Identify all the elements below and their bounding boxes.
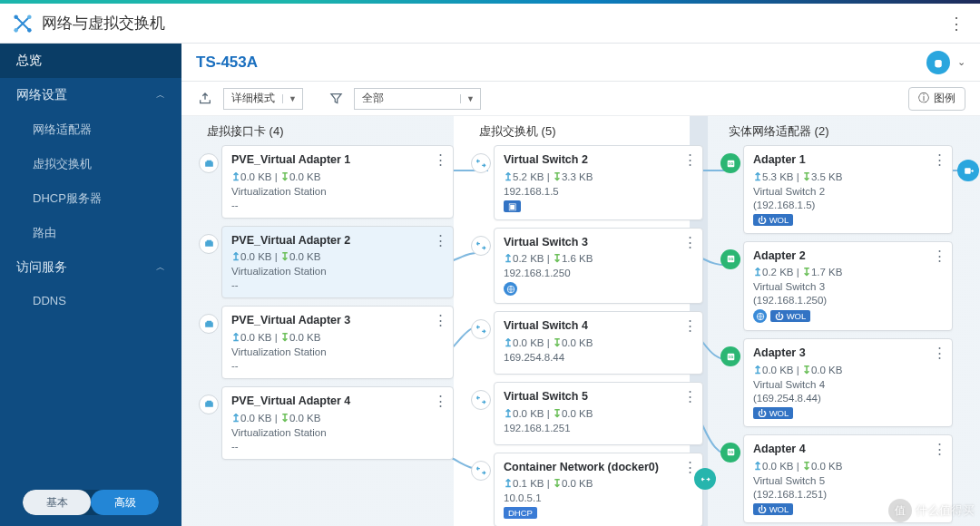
card-menu-button[interactable]: ⋮ bbox=[683, 151, 697, 168]
card-menu-button[interactable]: ⋮ bbox=[434, 393, 447, 409]
card-ip: 169.254.8.44 bbox=[504, 352, 693, 363]
virtual-adapter-icon bbox=[199, 394, 219, 414]
filter-select[interactable]: 全部▼ bbox=[354, 88, 481, 110]
view-mode-select[interactable]: 详细模式▼ bbox=[223, 88, 303, 110]
virtual-adapter-card[interactable]: ⋮ PVE_Virtual Adapter 3 ↥0.0 KB | ↧0.0 K… bbox=[221, 306, 454, 379]
sidebar-item-access[interactable]: 访问服务︿ bbox=[0, 250, 181, 285]
card-ip: (169.254.8.44) bbox=[753, 393, 943, 404]
card-sub2: -- bbox=[231, 200, 444, 210]
filter-icon[interactable] bbox=[327, 90, 345, 108]
physical-adapter-card[interactable]: 1G ⋮ Adapter 1 ↥5.3 KB | ↧3.5 KB Virtual… bbox=[743, 145, 953, 234]
card-title: Virtual Switch 2 bbox=[504, 153, 693, 168]
chevron-down-icon: ▼ bbox=[282, 94, 302, 103]
svg-point-0 bbox=[14, 15, 18, 19]
card-title: Virtual Switch 3 bbox=[504, 236, 693, 250]
virtual-adapter-icon bbox=[199, 314, 219, 334]
device-dropdown[interactable]: ⌄ bbox=[957, 56, 965, 68]
virtual-adapter-card[interactable]: ⋮ PVE_Virtual Adapter 1 ↥0.0 KB | ↧0.0 K… bbox=[221, 145, 454, 219]
virtual-adapter-card[interactable]: ⋮ PVE_Virtual Adapter 2 ↥0.0 KB | ↧0.0 K… bbox=[221, 226, 454, 299]
card-traffic: ↥0.2 KB | ↧1.6 KB bbox=[504, 252, 693, 265]
svg-point-1 bbox=[27, 28, 32, 33]
toggle-advanced[interactable]: 高级 bbox=[91, 490, 159, 515]
dhcp-badge: DHCP bbox=[504, 507, 537, 519]
sidebar-item-route[interactable]: 路由 bbox=[0, 216, 181, 250]
topology-canvas: 虚拟接口卡 (4) ⋮ PVE_Virtual Adapter 1 ↥0.0 K… bbox=[181, 116, 980, 526]
status-icon[interactable] bbox=[926, 51, 950, 74]
card-traffic: ↥0.1 KB | ↧0.0 KB bbox=[504, 477, 693, 490]
card-ip: (192.168.1.250) bbox=[753, 295, 943, 306]
header: TS-453A ⌄ bbox=[181, 44, 980, 82]
sidebar-item-label: 访问服务 bbox=[16, 259, 67, 276]
virtual-switch-card[interactable]: ⋮ Container Network (docker0) ↥0.1 KB | … bbox=[494, 453, 703, 527]
card-sub: Virtual Switch 2 bbox=[753, 186, 943, 197]
app-title: 网络与虚拟交换机 bbox=[42, 13, 165, 34]
col-header-physical-adapter: 实体网络适配器 (2) bbox=[712, 123, 953, 145]
app-menu-button[interactable]: ⋮ bbox=[946, 14, 967, 34]
card-title: Adapter 1 bbox=[753, 153, 943, 168]
card-menu-button[interactable]: ⋮ bbox=[434, 151, 447, 168]
svg-rect-9 bbox=[205, 322, 213, 326]
virtual-switch-card[interactable]: ⋮ Virtual Switch 5 ↥0.0 KB | ↧0.0 KB 192… bbox=[494, 382, 703, 445]
sidebar-item-network-settings[interactable]: 网络设置︿ bbox=[0, 78, 181, 112]
sidebar-item-overview[interactable]: 总览 bbox=[0, 44, 181, 78]
card-sub: Virtualization Station bbox=[231, 186, 444, 197]
card-traffic: ↥5.2 KB | ↧3.3 KB bbox=[504, 170, 693, 183]
card-sub: Virtualization Station bbox=[231, 346, 444, 357]
card-title: PVE_Virtual Adapter 1 bbox=[231, 153, 444, 168]
svg-rect-7 bbox=[205, 241, 213, 246]
sidebar-item-dhcp[interactable]: DHCP服务器 bbox=[0, 181, 181, 216]
app-icon bbox=[13, 14, 33, 34]
export-icon[interactable] bbox=[196, 90, 214, 108]
card-menu-button[interactable]: ⋮ bbox=[434, 232, 447, 248]
sidebar-item-ddns[interactable]: DDNS bbox=[0, 285, 181, 317]
card-menu-button[interactable]: ⋮ bbox=[933, 441, 946, 457]
svg-text:1G: 1G bbox=[728, 161, 733, 166]
card-menu-button[interactable]: ⋮ bbox=[933, 151, 946, 168]
card-title: PVE_Virtual Adapter 2 bbox=[231, 234, 444, 248]
virtual-switch-card[interactable]: ⋮ Virtual Switch 3 ↥0.2 KB | ↧1.6 KB 192… bbox=[494, 228, 703, 305]
virtual-switch-card[interactable]: ⋮ Virtual Switch 2 ↥5.2 KB | ↧3.3 KB 192… bbox=[494, 145, 703, 220]
card-traffic: ↥0.0 KB | ↧0.0 KB bbox=[231, 170, 444, 183]
card-ip: 192.168.1.250 bbox=[504, 268, 693, 278]
card-sub2: -- bbox=[231, 441, 444, 452]
sidebar-item-label: 网络设置 bbox=[16, 87, 67, 103]
card-menu-button[interactable]: ⋮ bbox=[683, 317, 697, 334]
card-traffic: ↥0.0 KB | ↧0.0 KB bbox=[753, 364, 943, 376]
card-menu-button[interactable]: ⋮ bbox=[933, 345, 946, 361]
virtual-switch-card[interactable]: ⋮ Virtual Switch 4 ↥0.0 KB | ↧0.0 KB 169… bbox=[494, 311, 703, 375]
col-header-virtual-switch: 虚拟交换机 (5) bbox=[463, 123, 703, 145]
sidebar-item-adapters[interactable]: 网络适配器 bbox=[0, 112, 181, 147]
mode-toggle[interactable]: 基本 高级 bbox=[23, 490, 159, 515]
card-menu-button[interactable]: ⋮ bbox=[683, 234, 697, 250]
physical-adapter-icon: 1G bbox=[720, 249, 740, 269]
chevron-down-icon: ▼ bbox=[460, 94, 480, 103]
card-menu-button[interactable]: ⋮ bbox=[434, 312, 447, 328]
card-sub: Virtual Switch 4 bbox=[753, 379, 943, 390]
legend-button[interactable]: ⓘ图例 bbox=[908, 87, 965, 111]
card-title: Container Network (docker0) bbox=[504, 461, 693, 475]
sidebar-item-vswitch[interactable]: 虚拟交换机 bbox=[0, 147, 181, 181]
virtual-switch-icon bbox=[471, 319, 491, 339]
svg-rect-5 bbox=[205, 161, 213, 166]
toggle-basic[interactable]: 基本 bbox=[23, 490, 91, 515]
virtual-switch-icon bbox=[471, 236, 491, 256]
select-label: 详细模式 bbox=[224, 91, 282, 106]
card-traffic: ↥5.3 KB | ↧3.5 KB bbox=[753, 170, 943, 183]
physical-adapter-card[interactable]: 1G ⋮ Adapter 2 ↥0.2 KB | ↧1.7 KB Virtual… bbox=[743, 241, 953, 332]
card-traffic: ↥0.0 KB | ↧0.0 KB bbox=[231, 250, 444, 263]
svg-point-2 bbox=[27, 15, 32, 19]
physical-adapter-icon: 1G bbox=[720, 346, 740, 366]
virtual-switch-icon bbox=[471, 390, 491, 410]
svg-rect-4 bbox=[965, 168, 971, 174]
physical-adapter-card[interactable]: 1G ⋮ Adapter 3 ↥0.0 KB | ↧0.0 KB Virtual… bbox=[743, 338, 953, 427]
card-menu-button[interactable]: ⋮ bbox=[683, 388, 697, 404]
svg-rect-10 bbox=[206, 320, 211, 322]
card-title: Adapter 3 bbox=[753, 346, 943, 361]
svg-rect-12 bbox=[206, 401, 211, 403]
titlebar: 网络与虚拟交换机 ⋮ bbox=[0, 4, 980, 44]
card-traffic: ↥0.0 KB | ↧0.0 KB bbox=[753, 460, 943, 472]
wol-badge: ⏻ WOL bbox=[753, 407, 793, 419]
virtual-adapter-card[interactable]: ⋮ PVE_Virtual Adapter 4 ↥0.0 KB | ↧0.0 K… bbox=[221, 386, 454, 460]
card-menu-button[interactable]: ⋮ bbox=[933, 248, 946, 264]
toolbar: 详细模式▼ 全部▼ ⓘ图例 bbox=[181, 82, 980, 116]
